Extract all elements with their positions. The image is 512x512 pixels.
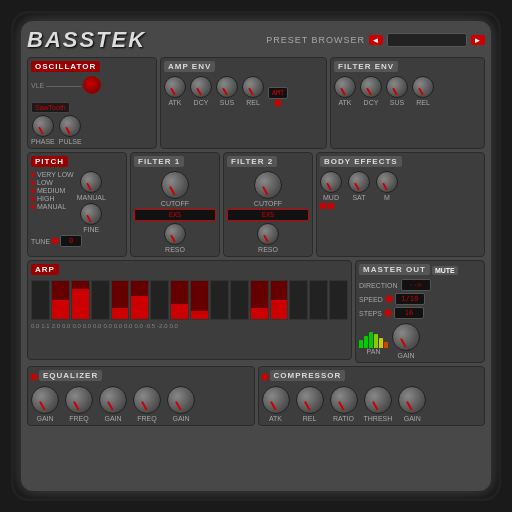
steps-row: STEPS 16 [359, 307, 481, 319]
body-extra-label: M [384, 194, 390, 201]
mud-label: MUD [323, 194, 339, 201]
pitch-fine-label: FINE [83, 226, 99, 233]
arp-cell-9[interactable] [210, 280, 229, 320]
fenv-atk-knob[interactable] [334, 76, 356, 98]
amp-atk-knob[interactable] [164, 76, 186, 98]
fenv-sus-wrap: SUS [386, 76, 408, 106]
comp-atk-knob[interactable] [262, 386, 290, 414]
body-knobs: MUD SAT M [320, 171, 481, 201]
body-leds [320, 203, 481, 209]
comp-ratio-knob[interactable] [330, 386, 358, 414]
pulse-knob[interactable] [59, 115, 81, 137]
master-gain-wrap: GAIN [392, 323, 420, 359]
arp-cell-15[interactable] [329, 280, 348, 320]
arp-cell-13[interactable] [289, 280, 308, 320]
mud-knob[interactable] [320, 171, 342, 193]
arp-cell-11[interactable] [250, 280, 269, 320]
filter1-cutoff-knob[interactable] [161, 171, 189, 199]
arp-cell-12[interactable] [270, 280, 289, 320]
pulse-knob-wrap: PULSE [59, 115, 82, 145]
amp-sus-label: SUS [220, 99, 234, 106]
arp-cell-0[interactable] [31, 280, 50, 320]
amp-env-section: AMP ENV ATK DCY SUS [160, 57, 327, 149]
pitch-label: PITCH [31, 156, 68, 167]
arp-val-12: -2.0 [157, 323, 167, 329]
filter2-title-bar: FILTER 2 [227, 156, 309, 169]
eq-knob-gain-1[interactable] [31, 386, 59, 414]
waveform-selector[interactable]: SawTooth [31, 102, 70, 113]
amp-rel-knob[interactable] [242, 76, 264, 98]
fenv-rel-label: REL [416, 99, 430, 106]
phase-knob[interactable] [32, 115, 54, 137]
arp-val-13: 0.0 [169, 323, 177, 329]
master-controls: DIRECTION --> SPEED 1/10 STEPS 16 [359, 279, 481, 359]
pitch-indicator-m [31, 189, 35, 193]
amp-dcy-knob[interactable] [190, 76, 212, 98]
pitch-manual: MANUAL [31, 203, 74, 210]
eq-knob-gain-3[interactable] [167, 386, 195, 414]
comp-gain-knob[interactable] [398, 386, 426, 414]
fenv-sus-knob[interactable] [386, 76, 408, 98]
pitch-fine-knob[interactable] [80, 203, 102, 225]
filter2-cutoff-knob[interactable] [254, 171, 282, 199]
fenv-dcy-knob[interactable] [360, 76, 382, 98]
osc-title-bar: OSCILLATOR [31, 61, 153, 74]
arp-cell-2[interactable] [71, 280, 90, 320]
arp-title-bar: ARP [31, 264, 348, 277]
pitch-manual-knob[interactable] [80, 171, 102, 193]
filter1-title-bar: FILTER 1 [134, 156, 216, 169]
sat-wrap: SAT [348, 171, 370, 201]
comp-thresh-label: THRESH [364, 415, 393, 422]
amp-sus-wrap: SUS [216, 76, 238, 106]
arp-val-5: 0.0 [83, 323, 91, 329]
amp-atk-wrap: ATK [164, 76, 186, 106]
master-gain-knob[interactable] [392, 323, 420, 351]
pitch-h-text: HIGH [37, 195, 55, 202]
sat-knob[interactable] [348, 171, 370, 193]
preset-prev-button[interactable]: ◄ [369, 35, 383, 45]
master-out-label: MASTER OUT [359, 264, 430, 275]
filter1-reso-knob[interactable] [164, 223, 186, 245]
vu-bar-5 [379, 338, 383, 348]
amp-rel-label: REL [246, 99, 260, 106]
arp-cell-5[interactable] [130, 280, 149, 320]
preset-next-button[interactable]: ► [471, 35, 485, 45]
comp-gain-wrap: GAIN [398, 386, 426, 422]
oscillator-section: OSCILLATOR VLE ————— SawTooth PHASE PULS… [27, 57, 157, 149]
comp-thresh-knob[interactable] [364, 386, 392, 414]
amp-dcy-label: DCY [194, 99, 209, 106]
eq-knob-freq-1[interactable] [65, 386, 93, 414]
direction-row: DIRECTION --> [359, 279, 481, 291]
filter1-section: FILTER 1 CUTOFF EXS RESO [130, 152, 220, 257]
comp-ratio-wrap: RATIO [330, 386, 358, 422]
arp-cell-7[interactable] [170, 280, 189, 320]
mute-button[interactable]: MUTE [432, 266, 458, 275]
body-extra-knob[interactable] [376, 171, 398, 193]
amp-sus-knob[interactable] [216, 76, 238, 98]
pitch-indicator-h [31, 197, 35, 201]
pitch-indicator-ma [31, 205, 35, 209]
arp-val-10: 0.0 [134, 323, 142, 329]
eq-knob-gain-2[interactable] [99, 386, 127, 414]
arp-cell-4[interactable] [111, 280, 130, 320]
arp-cell-10[interactable] [230, 280, 249, 320]
eq-knob-freq-2[interactable] [133, 386, 161, 414]
arp-cell-14[interactable] [309, 280, 328, 320]
steps-led [385, 310, 391, 316]
pan-label: PAN [359, 348, 388, 355]
comp-gain-label: GAIN [404, 415, 421, 422]
row-3: ARP [27, 260, 485, 363]
filter2-section: FILTER 2 CUTOFF EXS RESO [223, 152, 313, 257]
pitch-manual-label: MANUAL [77, 194, 106, 201]
arp-cell-8[interactable] [190, 280, 209, 320]
arp-cell-3[interactable] [91, 280, 110, 320]
comp-rel-label: REL [303, 415, 317, 422]
eq-led [31, 374, 37, 380]
fenv-rel-knob[interactable] [412, 76, 434, 98]
filter2-reso-wrap: RESO [227, 223, 309, 253]
arp-cell-6[interactable] [150, 280, 169, 320]
filter2-reso-knob[interactable] [257, 223, 279, 245]
arp-cell-1[interactable] [51, 280, 70, 320]
pitch-indicator-vl [31, 173, 35, 177]
comp-rel-knob[interactable] [296, 386, 324, 414]
